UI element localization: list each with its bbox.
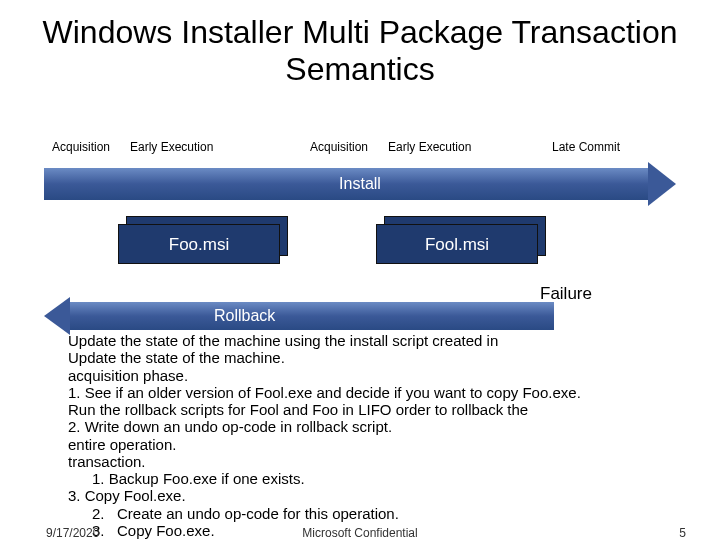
overlay-text-block: Update the state of the machine using th…	[68, 332, 678, 539]
rollback-arrow: Rollback	[44, 302, 554, 330]
phase-acquisition-2: Acquisition	[310, 140, 368, 154]
failure-label: Failure	[540, 284, 592, 304]
install-arrow: Install	[44, 168, 676, 200]
msi-foo-box: Foo.msi	[118, 224, 280, 264]
install-label: Install	[44, 168, 676, 200]
overlay-line: entire operation.	[68, 436, 678, 453]
overlay-line: 1. See if an older version of Fool.exe a…	[68, 384, 678, 401]
rollback-arrow-bar	[70, 302, 554, 330]
msi-foo-label: Foo.msi	[118, 224, 280, 264]
overlay-line: 3. Copy Fool.exe.	[68, 487, 678, 504]
overlay-line: Update the state of the machine using th…	[68, 332, 678, 349]
footer-confidential: Microsoft Confidential	[0, 526, 720, 540]
footer-page: 5	[679, 526, 686, 540]
overlay-line: transaction.	[68, 453, 678, 470]
overlay-line: 2. Create an undo op-code for this opera…	[68, 505, 678, 522]
overlay-line: 1. Backup Foo.exe if one exists.	[68, 470, 678, 487]
arrow-left-icon	[44, 297, 70, 335]
phase-early-execution-1: Early Execution	[130, 140, 213, 154]
overlay-line: acquisition phase.	[68, 367, 678, 384]
phase-acquisition-1: Acquisition	[52, 140, 110, 154]
overlay-line: Run the rollback scripts for Fool and Fo…	[68, 401, 678, 418]
overlay-line: 2. Write down an undo op-code in rollbac…	[68, 418, 678, 435]
msi-fool-label: Fool.msi	[376, 224, 538, 264]
phase-late-commit: Late Commit	[552, 140, 620, 154]
rollback-label: Rollback	[214, 302, 275, 330]
phase-early-execution-2: Early Execution	[388, 140, 471, 154]
overlay-line: Update the state of the machine.	[68, 349, 678, 366]
msi-fool-box: Fool.msi	[376, 224, 538, 264]
slide-title: Windows Installer Multi Package Transact…	[0, 0, 720, 88]
